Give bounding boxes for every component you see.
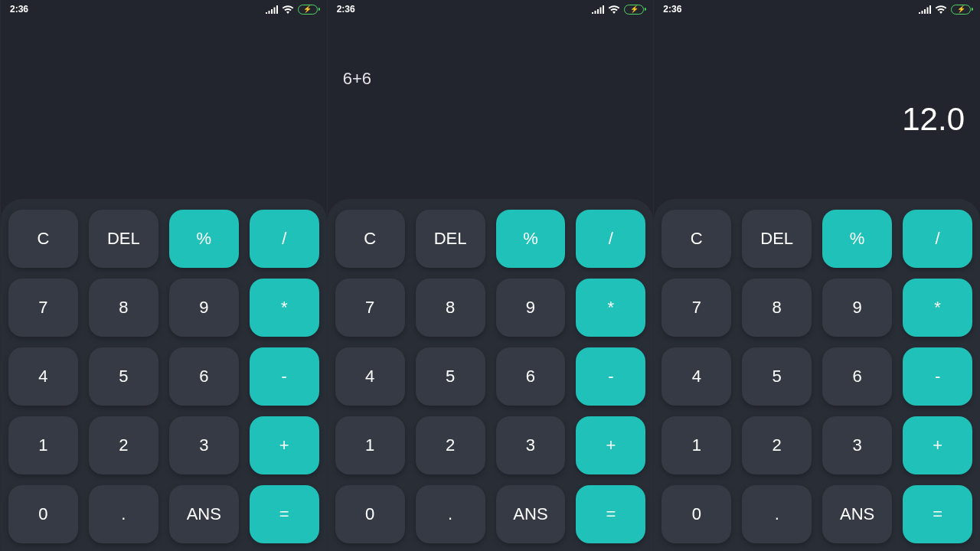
delete-button[interactable]: DEL	[416, 210, 485, 268]
digit-2-button[interactable]: 2	[89, 416, 158, 474]
phone-screen-1: 2:36 ⚡ CDEL%/789*456-123+0.ANS=	[0, 0, 327, 551]
percent-button[interactable]: %	[822, 210, 892, 268]
status-icons: ⚡	[592, 5, 644, 15]
clear-button[interactable]: C	[335, 210, 405, 268]
status-bar: 2:36 ⚡	[328, 0, 654, 18]
clear-button[interactable]: C	[662, 210, 731, 268]
digit-6-button[interactable]: 6	[822, 347, 892, 406]
digit-3-button[interactable]: 3	[496, 416, 566, 474]
status-time: 2:36	[337, 4, 355, 15]
calculator-keypad: CDEL%/789*456-123+0.ANS=	[1, 199, 327, 551]
digit-6-button[interactable]: 6	[496, 347, 566, 406]
digit-4-button[interactable]: 4	[662, 347, 731, 406]
result-text: 12.0	[669, 101, 965, 138]
digit-3-button[interactable]: 3	[169, 416, 239, 474]
delete-button[interactable]: DEL	[742, 210, 812, 268]
ans-button[interactable]: ANS	[496, 485, 566, 543]
wifi-icon	[608, 5, 620, 14]
multiply-button[interactable]: *	[250, 279, 319, 337]
plus-button[interactable]: +	[576, 416, 645, 474]
digit-1-button[interactable]: 1	[8, 416, 78, 474]
wifi-icon	[282, 5, 294, 14]
decimal-button[interactable]: .	[89, 485, 158, 543]
calculator-display: 6+6	[328, 18, 654, 199]
signal-icon	[592, 5, 604, 14]
phone-screen-3: 2:36 ⚡ 12.0 CDEL%/789*456-123+0.ANS=	[653, 0, 980, 551]
clear-button[interactable]: C	[8, 210, 78, 268]
delete-button[interactable]: DEL	[89, 210, 158, 268]
status-icons: ⚡	[919, 5, 971, 15]
ans-button[interactable]: ANS	[822, 485, 892, 543]
calculator-keypad: CDEL%/789*456-123+0.ANS=	[654, 199, 980, 551]
digit-4-button[interactable]: 4	[335, 347, 405, 406]
signal-icon	[266, 5, 278, 14]
plus-button[interactable]: +	[903, 416, 972, 474]
decimal-button[interactable]: .	[742, 485, 812, 543]
plus-button[interactable]: +	[250, 416, 319, 474]
divide-button[interactable]: /	[903, 210, 972, 268]
calculator-display: 12.0	[654, 18, 980, 199]
calculator-keypad: CDEL%/789*456-123+0.ANS=	[328, 199, 654, 551]
ans-button[interactable]: ANS	[169, 485, 239, 543]
digit-7-button[interactable]: 7	[8, 279, 78, 337]
percent-button[interactable]: %	[496, 210, 566, 268]
digit-5-button[interactable]: 5	[416, 347, 485, 406]
digit-8-button[interactable]: 8	[742, 279, 812, 337]
digit-8-button[interactable]: 8	[89, 279, 158, 337]
digit-1-button[interactable]: 1	[335, 416, 405, 474]
status-bar: 2:36 ⚡	[1, 0, 327, 18]
digit-8-button[interactable]: 8	[416, 279, 485, 337]
equals-button[interactable]: =	[576, 485, 645, 543]
multiply-button[interactable]: *	[576, 279, 645, 337]
status-time: 2:36	[10, 4, 28, 15]
divide-button[interactable]: /	[576, 210, 645, 268]
digit-9-button[interactable]: 9	[496, 279, 566, 337]
equals-button[interactable]: =	[250, 485, 319, 543]
minus-button[interactable]: -	[576, 347, 645, 406]
multiply-button[interactable]: *	[903, 279, 972, 337]
status-time: 2:36	[663, 4, 681, 15]
digit-5-button[interactable]: 5	[742, 347, 812, 406]
battery-charging-icon: ⚡	[951, 5, 971, 15]
calculator-display	[1, 18, 327, 199]
digit-1-button[interactable]: 1	[662, 416, 731, 474]
status-icons: ⚡	[266, 5, 318, 15]
digit-0-button[interactable]: 0	[335, 485, 405, 543]
digit-6-button[interactable]: 6	[169, 347, 239, 406]
expression-text: 6+6	[343, 69, 639, 89]
battery-charging-icon: ⚡	[624, 5, 644, 15]
digit-9-button[interactable]: 9	[169, 279, 239, 337]
status-bar: 2:36 ⚡	[654, 0, 980, 18]
decimal-button[interactable]: .	[416, 485, 485, 543]
digit-0-button[interactable]: 0	[662, 485, 731, 543]
digit-9-button[interactable]: 9	[822, 279, 892, 337]
digit-4-button[interactable]: 4	[8, 347, 78, 406]
divide-button[interactable]: /	[250, 210, 319, 268]
digit-5-button[interactable]: 5	[89, 347, 158, 406]
digit-7-button[interactable]: 7	[662, 279, 731, 337]
minus-button[interactable]: -	[250, 347, 319, 406]
digit-2-button[interactable]: 2	[742, 416, 812, 474]
minus-button[interactable]: -	[903, 347, 972, 406]
digit-7-button[interactable]: 7	[335, 279, 405, 337]
digit-2-button[interactable]: 2	[416, 416, 485, 474]
percent-button[interactable]: %	[169, 210, 239, 268]
signal-icon	[919, 5, 931, 14]
battery-charging-icon: ⚡	[298, 5, 318, 15]
phone-screen-2: 2:36 ⚡ 6+6 CDEL%/789*456-123+0.ANS=	[327, 0, 654, 551]
digit-0-button[interactable]: 0	[8, 485, 78, 543]
digit-3-button[interactable]: 3	[822, 416, 892, 474]
equals-button[interactable]: =	[903, 485, 972, 543]
wifi-icon	[935, 5, 947, 14]
